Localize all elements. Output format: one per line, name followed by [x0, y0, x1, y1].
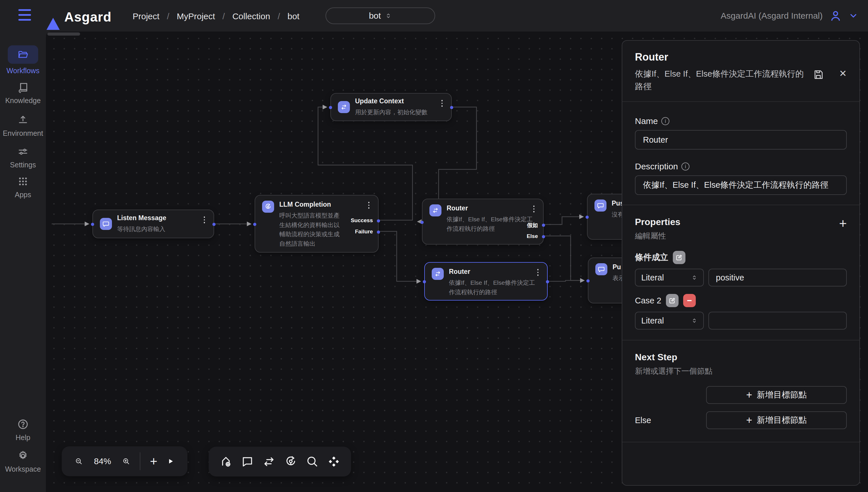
node-menu-button[interactable] [365, 202, 372, 209]
chevron-updown-icon [691, 274, 697, 281]
sidebar-item-label: Help [0, 434, 46, 442]
logo-text: Asgard [64, 9, 111, 25]
folder-icon [8, 45, 38, 64]
panel-title: Router [635, 51, 847, 63]
properties-subtitle: 編輯屬性 [635, 231, 680, 241]
name-input[interactable]: Router [635, 130, 847, 150]
chat-bubble-icon[interactable] [241, 455, 254, 468]
zoom-out-icon[interactable] [75, 455, 83, 468]
sidebar-item-knowledge[interactable]: Knowledge [0, 81, 46, 105]
sidebar-item-label: Workspace [0, 465, 46, 473]
run-workflow-icon[interactable] [167, 456, 174, 467]
output-port-failure[interactable] [377, 230, 380, 233]
sliders-icon [8, 145, 38, 158]
case-2-type-select[interactable]: Literal [635, 312, 704, 329]
toolbar-divider [140, 452, 140, 470]
input-port[interactable] [253, 223, 256, 226]
output-port[interactable] [213, 223, 216, 226]
node-router-2-selected[interactable]: Router 依據If、Else If、Else條件決定工作流程執行的路徑 [424, 262, 548, 300]
chat-bubble-icon [594, 199, 606, 212]
input-port[interactable] [421, 221, 424, 224]
output-port-success[interactable] [377, 219, 380, 222]
node-menu-button[interactable] [535, 269, 541, 276]
account-area[interactable]: AsgardAI (Asgard Internal) [721, 0, 858, 31]
remove-case-icon[interactable]: − [683, 294, 696, 307]
integrations-diamond-icon[interactable] [327, 455, 341, 468]
swap-arrows-icon [338, 101, 350, 113]
node-detail-panel: Router 依據If、Else If、Else條件決定工作流程執行的路徑 ✕ … [622, 40, 860, 486]
node-menu-button[interactable] [201, 217, 208, 223]
sidebar: Workflows Knowledge Environment Settings… [0, 31, 46, 492]
add-node-button[interactable]: + [150, 455, 157, 468]
properties-title: Properties [635, 217, 680, 227]
node-llm-completion[interactable]: Success Failure LLM Completion 呼叫大型語言模型並… [255, 195, 379, 253]
sidebar-item-environment[interactable]: Environment [0, 114, 46, 138]
case-1-value-input[interactable]: positive [709, 269, 847, 287]
node-title: LLM Completion [279, 201, 345, 208]
swap-arrows-icon[interactable] [262, 455, 276, 468]
breadcrumb-collection[interactable]: Collection [232, 11, 270, 21]
output-port[interactable] [546, 280, 549, 283]
node-description: 等待訊息內容輸入 [117, 224, 166, 234]
workflow-selector[interactable]: bot [325, 7, 435, 24]
output-port-case1[interactable] [542, 224, 545, 227]
user-icon[interactable] [829, 9, 842, 22]
menu-icon[interactable] [18, 9, 31, 22]
breadcrumb-myproject[interactable]: MyProject [177, 11, 215, 21]
llm-cycle-icon[interactable] [284, 455, 297, 468]
panel-subtitle: 依據If、Else If、Else條件決定工作流程執行的路徑 [635, 68, 808, 93]
node-menu-button[interactable] [439, 100, 445, 107]
case-2-label: Case 2 [635, 296, 661, 305]
workflow-editor-app: Listen Message 等待訊息內容輸入 Success Failure … [0, 0, 868, 492]
trigger-plus-icon[interactable] [219, 455, 232, 468]
sidebar-item-apps[interactable]: Apps [0, 175, 46, 199]
add-target-node-button[interactable]: + 新增目標節點 [706, 411, 847, 429]
case-1-type-select[interactable]: Literal [635, 269, 704, 287]
node-title: Listen Message [117, 214, 166, 222]
info-icon: i [661, 117, 669, 125]
zoom-level: 84% [93, 457, 113, 466]
breadcrumb-bot[interactable]: bot [288, 11, 300, 21]
sidebar-item-label: Settings [0, 161, 46, 169]
case-2-value-input[interactable] [709, 312, 847, 329]
node-menu-button[interactable] [530, 205, 537, 213]
swap-arrows-icon [429, 204, 442, 217]
node-router-1[interactable]: 假如 Else Router 依據If、Else If、Else條件決定工作流程… [422, 199, 544, 245]
breadcrumb-project[interactable]: Project [132, 11, 159, 21]
zoom-in-icon[interactable] [122, 455, 130, 468]
edit-case-icon[interactable] [666, 294, 678, 307]
sidebar-item-workflows[interactable]: Workflows [0, 45, 46, 75]
input-port[interactable] [586, 216, 589, 219]
node-description: 依據If、Else If、Else條件決定工作流程執行的路徑 [447, 215, 533, 233]
output-port[interactable] [450, 106, 453, 109]
edge-else-to-push2 [544, 236, 584, 280]
add-target-node-button[interactable]: + 新增目標節點 [706, 386, 847, 404]
swap-arrows-icon [432, 268, 444, 280]
sidebar-item-workspace[interactable]: Workspace [0, 449, 46, 473]
node-update-context[interactable]: Update Context 用於更新內容，初始化變數 [330, 93, 452, 121]
chevron-down-icon[interactable] [848, 11, 858, 21]
description-input[interactable]: 依據If、Else If、Else條件決定工作流程執行的路徑 [635, 175, 847, 195]
llm-cycle-icon [262, 201, 274, 213]
node-listen-message[interactable]: Listen Message 等待訊息內容輸入 [93, 210, 214, 238]
node-description: 用於更新內容，初始化變數 [355, 108, 427, 117]
save-icon[interactable] [813, 69, 824, 80]
input-port[interactable] [423, 280, 426, 283]
info-icon: i [681, 163, 690, 171]
node-description: 依據If、Else If、Else條件決定工作流程執行的路徑 [449, 278, 535, 297]
close-icon[interactable]: ✕ [839, 69, 847, 78]
add-property-button[interactable]: + [839, 217, 847, 230]
port-label-failure: Failure [355, 228, 373, 235]
search-icon[interactable] [306, 455, 319, 468]
input-port[interactable] [91, 223, 94, 226]
sidebar-item-help[interactable]: Help [0, 418, 46, 442]
edit-case-icon[interactable] [673, 251, 686, 264]
sidebar-item-label: Environment [0, 129, 46, 138]
output-port-else[interactable] [542, 235, 545, 238]
sidebar-item-settings[interactable]: Settings [0, 145, 46, 169]
sidebar-item-label: Workflows [0, 67, 46, 75]
next-step-else-label: Else [635, 416, 706, 425]
input-port[interactable] [587, 279, 590, 282]
input-port[interactable] [329, 106, 332, 109]
node-title: Router [449, 268, 535, 275]
